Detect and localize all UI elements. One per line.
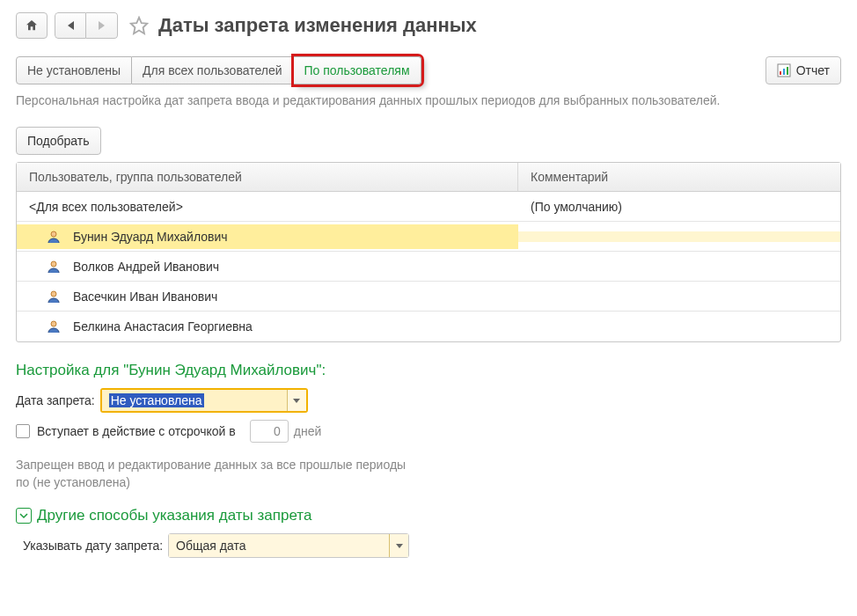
specify-label: Указывать дату запрета:	[23, 539, 163, 553]
back-button[interactable]	[55, 12, 86, 39]
tab-all-users[interactable]: Для всех пользователей	[132, 56, 293, 84]
user-icon	[47, 319, 61, 334]
arrow-left-icon	[68, 21, 74, 30]
home-icon	[24, 18, 40, 33]
chevron-down-icon	[19, 511, 28, 520]
nav-group	[55, 12, 118, 39]
star-icon	[129, 16, 149, 35]
delay-label: Вступает в действие с отсрочкой в	[37, 424, 236, 438]
user-name: <Для всех пользователей>	[29, 200, 183, 214]
tabs-row: Не установлены Для всех пользователей По…	[16, 56, 841, 84]
cell-comment	[518, 261, 840, 272]
table-row[interactable]: Волков Андрей Иванович	[17, 252, 840, 282]
specify-value: Общая дата	[176, 539, 245, 553]
table-row[interactable]: <Для всех пользователей>(По умолчанию)	[17, 192, 840, 222]
user-icon	[47, 290, 61, 304]
report-button-label: Отчет	[796, 63, 830, 77]
svg-marker-0	[131, 18, 147, 33]
description-text: Персональная настройка дат запрета ввода…	[16, 93, 841, 107]
cell-comment: (По умолчанию)	[518, 194, 840, 219]
specify-row: Указывать дату запрета: Общая дата	[16, 533, 841, 558]
expand-toggle[interactable]	[16, 508, 32, 524]
col-user-header[interactable]: Пользователь, группа пользователей	[17, 163, 518, 191]
select-button[interactable]: Подобрать	[16, 127, 101, 155]
svg-point-5	[51, 231, 56, 237]
chevron-down-icon	[396, 544, 403, 548]
user-name: Васечкин Иван Иванович	[73, 290, 217, 304]
cell-user: <Для всех пользователей>	[17, 194, 518, 219]
delay-row: Вступает в действие с отсрочкой в дней	[16, 420, 841, 443]
user-name: Волков Андрей Иванович	[73, 260, 219, 274]
tab-by-users[interactable]: По пользователям	[294, 56, 421, 84]
home-button[interactable]	[16, 12, 48, 39]
cell-user: Волков Андрей Иванович	[17, 254, 518, 279]
arrow-right-icon	[99, 21, 105, 30]
forward-button[interactable]	[86, 12, 118, 39]
user-icon	[47, 260, 61, 274]
top-toolbar: Даты запрета изменения данных	[16, 12, 841, 39]
delay-unit: дней	[294, 424, 322, 438]
restriction-note-line2: по (не установлена)	[16, 474, 841, 492]
svg-point-8	[51, 321, 56, 326]
settings-title: Настройка для "Бунин Эдуард Михайлович":	[16, 362, 841, 379]
restriction-note-line1: Запрещен ввод и редактирование данных за…	[16, 457, 841, 474]
ban-date-value: Не установлена	[109, 393, 204, 407]
table-row[interactable]: Васечкин Иван Иванович	[17, 282, 840, 312]
tab-not-set[interactable]: Не установлены	[16, 56, 132, 84]
user-name: Бунин Эдуард Михайлович	[73, 230, 228, 244]
delay-checkbox[interactable]	[16, 424, 30, 438]
table-body: <Для всех пользователей>(По умолчанию)Бу…	[17, 192, 840, 341]
table-row[interactable]: Белкина Анастасия Георгиевна	[17, 312, 840, 341]
favorite-button[interactable]	[128, 15, 150, 36]
cell-user: Белкина Анастасия Георгиевна	[17, 314, 518, 339]
delay-days-input[interactable]	[250, 420, 289, 443]
specify-dropdown-button[interactable]	[389, 534, 408, 557]
report-icon	[777, 63, 791, 77]
svg-point-6	[51, 261, 56, 267]
cell-comment	[518, 321, 840, 332]
other-ways-header: Другие способы указания даты запрета	[16, 507, 841, 524]
select-button-label: Подобрать	[27, 134, 90, 148]
cell-user: Васечкин Иван Иванович	[17, 284, 518, 309]
table-header: Пользователь, группа пользователей Комме…	[17, 163, 840, 192]
svg-rect-4	[787, 67, 788, 75]
cell-comment	[518, 231, 840, 242]
chevron-down-icon	[293, 399, 300, 403]
mode-tabs: Не установлены Для всех пользователей По…	[16, 56, 421, 84]
report-button[interactable]: Отчет	[765, 56, 841, 84]
col-comment-header[interactable]: Комментарий	[518, 163, 840, 191]
other-ways-title: Другие способы указания даты запрета	[37, 507, 311, 524]
table-row[interactable]: Бунин Эдуард Михайлович	[17, 222, 840, 252]
cell-user: Бунин Эдуард Михайлович	[17, 224, 518, 249]
page-title: Даты запрета изменения данных	[158, 14, 477, 37]
user-name: Белкина Анастасия Георгиевна	[73, 319, 253, 334]
ban-date-dropdown-button[interactable]	[287, 390, 306, 411]
ban-date-row: Дата запрета: Не установлена	[16, 388, 841, 413]
restriction-note: Запрещен ввод и редактирование данных за…	[16, 457, 841, 491]
specify-select[interactable]: Общая дата	[168, 533, 409, 558]
svg-point-7	[51, 291, 56, 297]
cell-comment	[518, 291, 840, 302]
svg-rect-2	[780, 71, 781, 75]
users-table: Пользователь, группа пользователей Комме…	[16, 162, 841, 342]
user-icon	[47, 230, 61, 244]
ban-date-select[interactable]: Не установлена	[100, 388, 308, 413]
svg-rect-3	[783, 69, 785, 75]
ban-date-label: Дата запрета:	[16, 393, 95, 407]
